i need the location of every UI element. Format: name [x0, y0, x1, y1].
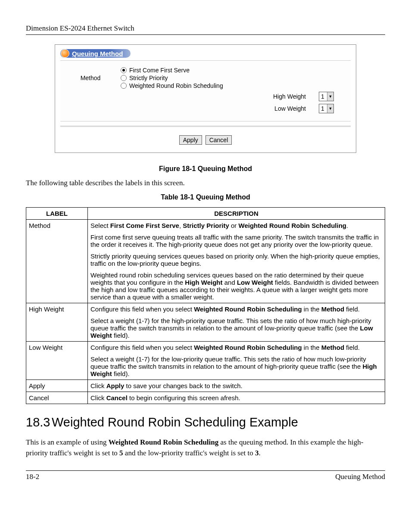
cell-label: Low Weight — [26, 342, 88, 380]
panel-title-pill: Queuing Method — [60, 49, 131, 58]
row-low-weight: Low Weight Configure this field when you… — [26, 342, 385, 380]
doc-header: Dimension ES-2024 Ethernet Switch — [26, 24, 385, 35]
footer-section: Queuing Method — [335, 473, 385, 481]
queuing-method-table: LABEL DESCRIPTION Method Select First Co… — [26, 207, 385, 404]
radio-fcfs[interactable]: First Come First Serve — [121, 67, 351, 74]
panel-title-bar: Queuing Method — [60, 49, 351, 58]
table-caption: Table 18-1 Queuing Method — [26, 193, 385, 201]
section-title: Weighted Round Robin Scheduling Example — [52, 415, 298, 429]
apply-button[interactable]: Apply — [179, 135, 202, 145]
radio-wrr[interactable]: Weighted Round Robin Scheduling — [121, 82, 351, 89]
cell-desc: Select First Come First Serve, Strictly … — [88, 220, 385, 303]
radio-icon — [121, 75, 127, 81]
section-heading: 18.3Weighted Round Robin Scheduling Exam… — [26, 415, 385, 429]
cell-label: High Weight — [26, 303, 88, 342]
footer-page-num: 18-2 — [26, 473, 39, 481]
high-weight-dropdown[interactable]: 1 ▼ — [319, 92, 334, 101]
high-weight-label: High Weight — [121, 93, 319, 100]
panel-title-text: Queuing Method — [72, 50, 123, 57]
cell-desc: Click Apply to save your changes back to… — [88, 380, 385, 392]
row-method: Method Select First Come First Serve, St… — [26, 220, 385, 303]
row-high-weight: High Weight Configure this field when yo… — [26, 303, 385, 342]
radio-wrr-label: Weighted Round Robin Scheduling — [129, 82, 223, 89]
chevron-down-icon: ▼ — [327, 104, 333, 113]
cell-label: Method — [26, 220, 88, 303]
page-footer: 18-2 Queuing Method — [26, 470, 385, 481]
th-desc: DESCRIPTION — [88, 208, 385, 220]
low-weight-label: Low Weight — [121, 105, 319, 112]
radio-strict[interactable]: Strictly Priority — [121, 75, 351, 81]
cell-label: Apply — [26, 380, 88, 392]
cell-label: Cancel — [26, 392, 88, 404]
panel-body: Method First Come First Serve Strictly P… — [60, 60, 351, 121]
section-number: 18.3 — [26, 415, 52, 429]
radio-strict-label: Strictly Priority — [129, 75, 168, 81]
cell-desc: Configure this field when you select Wei… — [88, 303, 385, 342]
method-label: Method — [60, 67, 121, 81]
th-label: LABEL — [26, 208, 88, 220]
row-cancel: Cancel Click Cancel to begin configuring… — [26, 392, 385, 404]
low-weight-dropdown[interactable]: 1 ▼ — [319, 104, 334, 113]
chevron-down-icon: ▼ — [327, 92, 333, 101]
high-weight-value: 1 — [319, 93, 327, 100]
cell-desc: Configure this field when you select Wei… — [88, 342, 385, 380]
figure-caption: Figure 18-1 Queuing Method — [26, 165, 385, 173]
orb-icon — [61, 49, 69, 58]
section-paragraph: This is an example of using Weighted Rou… — [26, 437, 385, 458]
table-intro-sentence: The following table describes the labels… — [26, 179, 385, 187]
hr-divider — [60, 126, 351, 128]
radio-icon — [121, 67, 127, 73]
radio-fcfs-label: First Come First Serve — [129, 67, 190, 74]
row-apply: Apply Click Apply to save your changes b… — [26, 380, 385, 392]
queuing-method-screenshot: Queuing Method Method First Come First S… — [55, 44, 356, 153]
low-weight-value: 1 — [319, 105, 327, 112]
cancel-button[interactable]: Cancel — [206, 135, 232, 145]
cell-desc: Click Cancel to begin configuring this s… — [88, 392, 385, 404]
radio-icon — [121, 83, 127, 89]
